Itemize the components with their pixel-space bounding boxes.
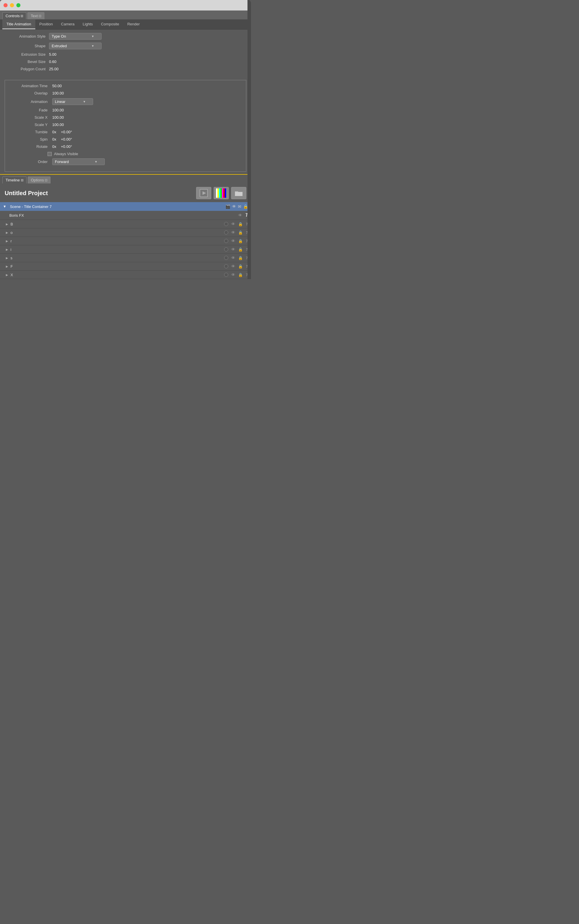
list-item-borisfx[interactable]: Boris FX 👁 T — [0, 211, 251, 220]
item-i-icons: 👁 🔒 T — [224, 247, 248, 252]
subtab-camera[interactable]: Camera — [57, 20, 79, 29]
maximize-button[interactable] — [16, 3, 20, 7]
always-visible-checkbox[interactable] — [47, 152, 52, 156]
spin-label: Spin — [10, 137, 47, 142]
eye-r[interactable]: 👁 — [231, 239, 235, 243]
circle-F — [224, 264, 228, 268]
eye-o[interactable]: 👁 — [231, 230, 235, 235]
timeline-header: Untitled Project — [0, 183, 251, 202]
animation-box: Animation Time 50.00 Overlap 100.00 Anim… — [5, 80, 246, 172]
arrow-B[interactable]: ▶ — [6, 223, 8, 226]
list-item-B[interactable]: ▶ B 👁 🔒 T — [0, 220, 251, 228]
scale-x-label: Scale X — [10, 115, 47, 120]
list-item-X[interactable]: ▶ X 👁 🔒 T — [0, 271, 251, 279]
polygon-count-label: Polygon Count — [5, 67, 46, 71]
bevel-size-label: Bevel Size — [5, 60, 46, 64]
arrow-s[interactable]: ▶ — [6, 256, 8, 259]
bevel-size-row: Bevel Size 0.60 — [5, 60, 246, 64]
shape-row: Shape Extruded ▼ — [5, 42, 246, 49]
scene-row[interactable]: ▼ Scene - Title Container 7 🎬 👁 ✉ 🔒 — [0, 202, 251, 211]
tab-text[interactable]: Text — [28, 12, 44, 19]
animation-style-row: Animation Style Type On ▼ — [5, 33, 246, 40]
lock-s[interactable]: 🔒 — [238, 256, 243, 260]
anim-time-value: 50.00 — [52, 84, 62, 88]
circle-B — [224, 222, 228, 226]
item-r-label: r — [10, 239, 224, 243]
lock-F[interactable]: 🔒 — [238, 264, 243, 269]
scale-y-row: Scale Y 100.00 — [10, 122, 241, 127]
lock-r[interactable]: 🔒 — [238, 239, 243, 243]
subtab-composite[interactable]: Composite — [97, 20, 123, 29]
list-item-o[interactable]: ▶ o 👁 🔒 T — [0, 228, 251, 237]
shape-label: Shape — [5, 44, 46, 48]
tab-text-dot — [39, 15, 41, 17]
overlap-label: Overlap — [10, 91, 47, 95]
animation-style-dropdown[interactable]: Type On ▼ — [49, 33, 101, 40]
scrollbar-track[interactable] — [247, 0, 251, 279]
eye-icon-borisfx[interactable]: 👁 — [238, 213, 242, 218]
spin-value1: 0x — [52, 137, 56, 142]
tumble-label: Tumble — [10, 130, 47, 134]
lock-X[interactable]: 🔒 — [238, 273, 243, 277]
color-bars-button[interactable] — [214, 187, 229, 199]
preview-button[interactable] — [196, 187, 211, 199]
eye-X[interactable]: 👁 — [231, 272, 235, 277]
close-button[interactable] — [3, 3, 8, 7]
order-dropdown[interactable]: Forward ▼ — [52, 158, 105, 165]
scene-eye-icon[interactable]: 👁 — [232, 204, 236, 209]
tab-controls-label: Controls — [5, 14, 20, 18]
eye-B[interactable]: 👁 — [231, 222, 235, 227]
subtab-lights[interactable]: Lights — [79, 20, 97, 29]
svg-rect-9 — [225, 188, 226, 198]
lock-o[interactable]: 🔒 — [238, 230, 243, 235]
svg-rect-6 — [220, 188, 222, 198]
list-item-F[interactable]: ▶ F 👁 🔒 T — [0, 262, 251, 271]
tab-timeline-dot — [21, 179, 23, 181]
tab-timeline[interactable]: Timeline — [2, 176, 26, 183]
subtab-position[interactable]: Position — [35, 20, 57, 29]
svg-rect-3 — [216, 188, 218, 198]
folder-button[interactable] — [231, 187, 246, 199]
animation-dropdown-arrow: ▼ — [83, 100, 86, 103]
shape-dropdown[interactable]: Extruded ▼ — [49, 42, 101, 49]
item-i-label: i — [10, 247, 224, 252]
eye-s[interactable]: 👁 — [231, 256, 235, 260]
folder-icon — [234, 189, 243, 197]
animation-dropdown[interactable]: Linear ▼ — [52, 98, 93, 105]
order-row: Order Forward ▼ — [10, 158, 241, 165]
tab-options-label: Options — [31, 178, 44, 182]
item-o-icons: 👁 🔒 T — [224, 230, 248, 235]
animation-dropdown-row: Animation Linear ▼ — [10, 98, 241, 105]
lock-i[interactable]: 🔒 — [238, 247, 243, 252]
list-item-s[interactable]: ▶ s 👁 🔒 T — [0, 254, 251, 262]
circle-i — [224, 247, 228, 251]
item-X-label: X — [10, 273, 224, 277]
eye-F[interactable]: 👁 — [231, 264, 235, 269]
rotate-row: Rotate 0x +0.00° — [10, 144, 241, 149]
circle-s — [224, 256, 228, 260]
subtab-render[interactable]: Render — [123, 20, 144, 29]
subtab-title-animation[interactable]: Title Animation — [2, 20, 35, 29]
eye-i[interactable]: 👁 — [231, 247, 235, 252]
order-arrow: ▼ — [95, 160, 98, 163]
extrusion-size-value: 5.00 — [49, 52, 56, 57]
minimize-button[interactable] — [10, 3, 14, 7]
arrow-i[interactable]: ▶ — [6, 248, 8, 251]
arrow-o[interactable]: ▶ — [6, 231, 8, 234]
bevel-size-value: 0.60 — [49, 60, 56, 64]
item-B-label: B — [10, 222, 224, 227]
arrow-r[interactable]: ▶ — [6, 240, 8, 243]
fade-value: 100.00 — [52, 108, 64, 112]
tab-timeline-label: Timeline — [5, 178, 20, 182]
list-item-r[interactable]: ▶ r 👁 🔒 T — [0, 237, 251, 245]
arrow-F[interactable]: ▶ — [6, 265, 8, 268]
arrow-X[interactable]: ▶ — [6, 273, 8, 277]
tumble-value1: 0x — [52, 130, 56, 134]
lock-B[interactable]: 🔒 — [238, 222, 243, 227]
scene-arrow-icon: ▼ — [3, 204, 7, 209]
item-F-label: F — [10, 264, 224, 269]
item-s-label: s — [10, 256, 224, 260]
tab-options[interactable]: Options — [28, 176, 51, 183]
tab-controls[interactable]: Controls — [2, 12, 26, 19]
list-item-i[interactable]: ▶ i 👁 🔒 T — [0, 245, 251, 254]
